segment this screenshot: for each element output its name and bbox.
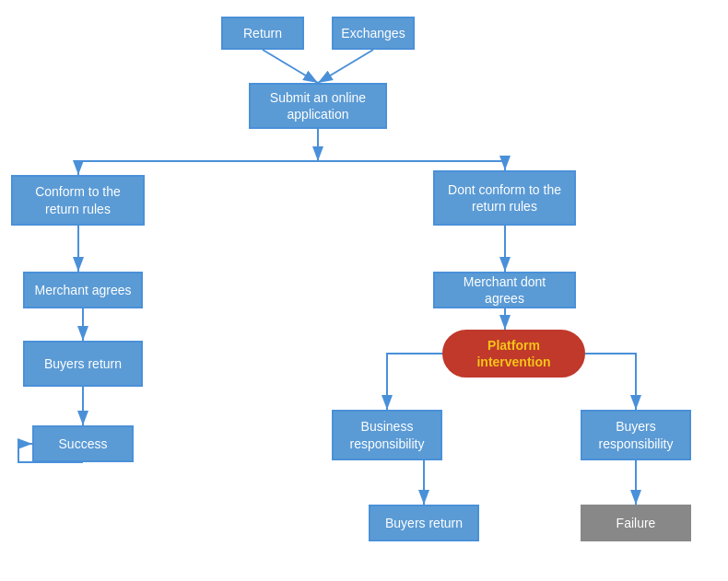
exchanges-node: Exchanges [332,17,415,50]
svg-line-2 [318,50,373,83]
svg-line-1 [263,50,318,83]
success-node: Success [32,425,134,462]
business-responsibility-node: Business responsibility [332,410,442,460]
flowchart-diagram: Return Exchanges Submit an online applic… [0,0,728,581]
not-conform-node: Dont conform to the return rules [433,170,576,226]
failure-node: Failure [581,505,691,541]
return-node: Return [221,17,304,50]
platform-intervention-node: Platform intervention [442,330,585,378]
buyers-return-left-node: Buyers return [23,341,143,387]
buyers-responsibility-node: Buyers responsibility [581,410,691,460]
conform-node: Conform to the return rules [11,175,145,226]
merchant-dont-node: Merchant dont agrees [433,272,576,308]
submit-node: Submit an online application [249,83,387,129]
buyers-return-right-node: Buyers return [369,505,479,541]
merchant-agrees-node: Merchant agrees [23,272,143,308]
